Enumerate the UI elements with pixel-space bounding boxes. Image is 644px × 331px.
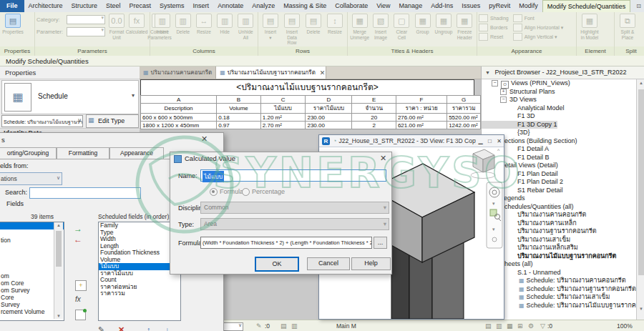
ribbon-button-merge-unmerge[interactable]: ▦Merge Unmerge xyxy=(350,14,369,40)
file-tab[interactable]: File xyxy=(0,0,24,12)
dialog-tab-appearance[interactable]: Appearance xyxy=(109,147,164,159)
status-right-icon-4[interactable]: ⊞ xyxy=(517,322,523,330)
tab-issues[interactable]: Issues xyxy=(457,0,484,12)
tree-item[interactable]: F1 3D xyxy=(482,112,535,121)
panel-menu-icon[interactable]: ▼ xyxy=(485,70,490,75)
canvas-scroll-up-icon[interactable]: ^ xyxy=(497,148,500,153)
tab-steel[interactable]: Steel xyxy=(102,0,125,12)
tab-insert[interactable]: Insert xyxy=(189,0,214,12)
editable-only-icon[interactable]: ✎ xyxy=(256,322,262,330)
viewcube[interactable] xyxy=(471,149,495,179)
help-button[interactable]: Help xyxy=(351,257,391,270)
ribbon-button-unhide-all[interactable]: ▥Unhide All xyxy=(236,14,255,40)
ribbon-button-align-vertical[interactable]: Align Vertical ▾ xyxy=(513,32,563,41)
tree-item[interactable]: Analytical Model xyxy=(482,104,565,113)
instance-selector[interactable]: Schedule: ปริมาณงานไม้แบบฐานรากค ∨ xyxy=(1,115,83,127)
schedule-title-row[interactable]: <ปริมาณงานไม้แบบฐานรากคอนกรีต> xyxy=(140,79,474,96)
close-button[interactable]: ✕ xyxy=(494,138,504,144)
dialog-tab-orting-grouping[interactable]: orting/Grouping xyxy=(0,147,57,159)
tree-item[interactable]: +Structural Plans xyxy=(482,88,555,97)
ribbon-dropdown-parameter[interactable]: Parameter: xyxy=(36,27,105,36)
move-down-icon[interactable]: ↓ xyxy=(165,325,170,331)
scheduled-field-item[interactable]: ราคารวม xyxy=(99,290,180,297)
schedule-cell[interactable]: 1800 x 1200 x 450mm xyxy=(141,122,217,129)
schedule-cell[interactable]: 1.20 m² xyxy=(260,114,306,122)
project-browser-scrollbar[interactable]: ▲ ▼ xyxy=(636,79,644,320)
tab-view[interactable]: View xyxy=(372,0,394,12)
maximize-button[interactable]: □ xyxy=(485,138,494,144)
tab-structure[interactable]: Structure xyxy=(67,0,102,12)
status-icon-2[interactable]: ▥ xyxy=(291,322,298,330)
ribbon-button-insert-row[interactable]: ▤Insert ▾ xyxy=(260,14,280,40)
status-right-icon-1[interactable]: ▤ xyxy=(485,322,492,330)
cancel-button[interactable]: Cancel xyxy=(307,257,350,270)
filter-icon[interactable]: ▽ xyxy=(540,322,545,330)
design-option-label[interactable]: Main M xyxy=(336,322,356,330)
scroll-down-icon[interactable]: ▼ xyxy=(637,307,644,311)
tree-item[interactable]: ▦Schedule: ปริมาณงานไม้แบบฐานรากคอนกรีต xyxy=(482,302,636,310)
schedule-cell[interactable]: 5520.00 m² xyxy=(447,114,481,122)
ribbon-button-insert-data-row[interactable]: ▤Insert Data Row xyxy=(282,14,302,46)
schedule-cell[interactable]: A xyxy=(141,96,217,104)
edit-field-icon[interactable]: ✎ xyxy=(98,325,104,331)
ribbon-button-calculated-fx[interactable]: fxCalculated xyxy=(126,14,147,35)
tab-pyrevit[interactable]: pyRevit xyxy=(484,0,514,12)
ribbon-button-reset[interactable]: Reset xyxy=(479,32,509,41)
schedule-cell[interactable]: C xyxy=(260,96,306,104)
search-input[interactable] xyxy=(29,187,141,199)
fields-from-dropdown[interactable]: ations ∨ xyxy=(0,172,62,185)
status-right-icon-2[interactable]: ▥ xyxy=(496,322,502,330)
status-right-icon-5[interactable]: ⚙ xyxy=(528,322,534,330)
expand-icon[interactable]: + xyxy=(500,89,507,95)
dropdown-box[interactable] xyxy=(67,15,105,24)
scroll-up-icon[interactable]: ▲ xyxy=(54,223,63,227)
formula-input[interactable]: (Width * Foundation Thickness * 2) + (Le… xyxy=(200,237,372,249)
formula-browse-button[interactable]: ... xyxy=(374,237,387,249)
tab-manage[interactable]: Manage xyxy=(395,0,427,12)
schedule-cell[interactable]: Description xyxy=(141,104,217,114)
ribbon-button-hide-column[interactable]: ▥Hide xyxy=(215,14,235,35)
edit-type-button[interactable]: ▦ Edit Type xyxy=(86,114,139,128)
ribbon-button-highlight-in-model[interactable]: ▦Highlight in Model xyxy=(579,14,600,40)
ribbon-button-delete-row[interactable]: ▤Delete xyxy=(303,14,323,35)
ribbon-button-group[interactable]: ▦Group xyxy=(413,14,432,35)
schedule-cell[interactable]: 2.70 m² xyxy=(260,122,306,129)
ribbon-button-resize-row[interactable]: ↕Resize xyxy=(325,14,345,35)
dialog-close-icon[interactable]: ✕ xyxy=(201,134,208,144)
status-right-icon-3[interactable]: ▦ xyxy=(507,322,513,330)
schedule-cell[interactable]: G xyxy=(447,96,481,104)
status-icon-1[interactable]: ▤ xyxy=(280,322,287,330)
schedule-cell[interactable]: 230.00 xyxy=(306,114,352,122)
schedule-cell[interactable]: ไม้แบบ xyxy=(260,104,306,114)
name-input[interactable]: ไม้แบบ xyxy=(200,169,386,182)
formula-radio[interactable] xyxy=(210,188,218,196)
tree-item[interactable]: −3D Views xyxy=(482,96,537,104)
schedule-cell[interactable]: Volume xyxy=(217,104,261,114)
ribbon-button-borders[interactable]: Borders xyxy=(479,23,509,32)
tab-modify[interactable]: Modify xyxy=(514,0,542,12)
ribbon-button-font[interactable]: Font xyxy=(513,14,563,23)
ribbon-button-clear-cell[interactable]: ▢Clear Cell xyxy=(392,14,411,40)
minimize-button[interactable]: ▁ xyxy=(476,138,485,144)
schedule-cell[interactable]: 600 x 600 x 500mm xyxy=(141,114,217,122)
schedule-cell[interactable]: 1242.00 m² xyxy=(447,122,481,129)
ribbon-button-format-unit[interactable]: 0.0Format Unit xyxy=(109,14,125,40)
schedule-cell[interactable]: F xyxy=(396,96,447,104)
schedule-cell[interactable]: D xyxy=(306,96,352,104)
delete-field-icon[interactable]: ✕ xyxy=(118,325,125,331)
schedule-cell[interactable]: 621.00 m² xyxy=(396,122,447,129)
move-up-icon[interactable]: ↑ xyxy=(147,325,151,331)
ribbon-button-split-place[interactable]: ⧉Split & Place xyxy=(617,14,638,40)
schedule-cell[interactable]: 0.18 xyxy=(217,114,261,122)
schedule-cell[interactable]: 2 xyxy=(352,122,396,129)
add-field-button[interactable]: → xyxy=(74,224,88,234)
tab-collaborate[interactable]: Collaborate xyxy=(331,0,372,12)
ribbon-dropdown-category[interactable]: Category: xyxy=(36,15,105,24)
percentage-radio[interactable] xyxy=(242,188,250,196)
scroll-up-icon[interactable]: ▲ xyxy=(637,81,644,85)
ok-button[interactable]: OK xyxy=(255,257,299,272)
ribbon-display-toggle[interactable]: ⊡ ▾ xyxy=(633,0,644,12)
calculated-value-icon[interactable]: fx xyxy=(75,295,81,303)
ribbon-button-shading[interactable]: Shading xyxy=(479,14,509,23)
tab-modify-schedule-quantities[interactable]: Modify Schedule/Quantities xyxy=(542,0,631,12)
